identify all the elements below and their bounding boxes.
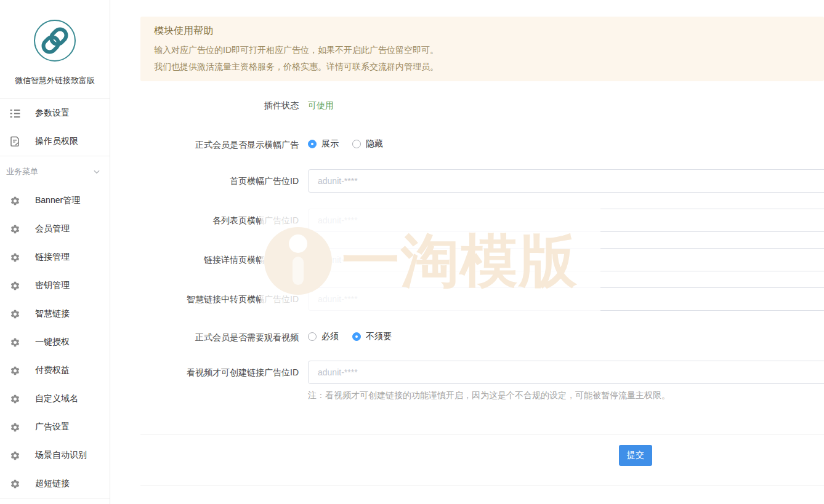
sidebar-item-scene-auto-detect[interactable]: 场景自动识别 (0, 441, 110, 470)
video-adunit-input[interactable] (308, 361, 824, 384)
sidebar-item-label: 自定义域名 (35, 393, 78, 404)
gear-icon (9, 223, 21, 235)
transfer-banner-input[interactable] (308, 287, 824, 311)
video-adunit-label: 看视频才可创建链接广告位ID (111, 366, 299, 378)
sidebar-item-label: 链接管理 (35, 252, 70, 263)
sidebar-item-param-settings[interactable]: 参数设置 (0, 99, 110, 127)
chevron-down-icon (92, 167, 101, 176)
sidebar-item-paid-benefits[interactable]: 付费权益 (0, 356, 110, 385)
gear-icon (9, 478, 21, 490)
sidebar-item-links[interactable]: 链接管理 (0, 243, 110, 271)
sidebar-item-smart-links[interactable]: 智慧链接 (0, 300, 110, 328)
app-logo (33, 18, 77, 63)
main-content: 模块使用帮助 输入对应广告位的ID即可打开相应广告位，如果不开启此广告位留空即可… (111, 0, 824, 504)
watch-video-radio-group: 必须 不须要 (308, 331, 405, 342)
radio-label: 隐藏 (366, 138, 383, 150)
gear-icon (9, 251, 21, 263)
radio-required[interactable]: 必须 (308, 331, 339, 342)
banner-display-radio-group: 展示 隐藏 (308, 138, 397, 150)
radio-dot-icon (352, 140, 361, 148)
home-banner-label: 首页横幅广告位ID (111, 175, 299, 187)
help-line: 输入对应广告位的ID即可打开相应广告位，如果不开启此广告位留空即可。 (154, 42, 810, 58)
sidebar-item-custom-domain[interactable]: 自定义域名 (0, 385, 110, 413)
sidebar-item-label: 操作员权限 (35, 136, 78, 147)
radio-not-required[interactable]: 不须要 (352, 331, 392, 342)
detail-banner-input[interactable] (308, 248, 824, 271)
gear-icon (9, 421, 21, 433)
sidebar-item-label: 付费权益 (35, 365, 70, 376)
gear-icon (9, 308, 21, 320)
radio-label: 必须 (321, 331, 339, 342)
plugin-status-value: 可使用 (308, 99, 334, 111)
list-settings-icon (9, 107, 21, 119)
form-note: 注：看视频才可创建链接的功能谨慎开启，因为这是个不合规的设定，可能被暂停流量主权… (308, 390, 670, 401)
radio-dot-icon (308, 332, 317, 341)
sidebar-item-members[interactable]: 会员管理 (0, 215, 110, 243)
watch-video-label: 正式会员是否需要观看视频 (111, 331, 299, 343)
gear-icon (9, 449, 21, 462)
sidebar-group-business-menu[interactable]: 业务菜单 (0, 156, 110, 186)
detail-banner-label: 链接详情页横幅广告位ID (111, 254, 299, 266)
sidebar-item-operator-permissions[interactable]: 操作员权限 (0, 127, 110, 156)
sidebar-item-label: 密钥管理 (35, 280, 70, 291)
sidebar-item-ultra-short-links[interactable]: 超短链接 (0, 470, 110, 498)
radio-dot-icon (352, 332, 361, 341)
list-banner-input[interactable] (308, 209, 824, 232)
gear-icon (9, 393, 21, 405)
sidebar-item-label: 一键授权 (35, 337, 70, 348)
sidebar-item-label: 会员管理 (35, 223, 70, 234)
home-banner-input[interactable] (308, 169, 824, 193)
app-title: 微信智慧外链接致富版 (0, 75, 110, 99)
divider (140, 486, 824, 486)
sidebar-item-label: 智慧链接 (35, 308, 70, 319)
help-line: 我们也提供激活流量主资格服务，价格实惠。详情可联系交流群内管理员。 (154, 58, 810, 75)
radio-hide[interactable]: 隐藏 (352, 138, 383, 150)
radio-dot-icon (308, 140, 317, 148)
gear-icon (9, 279, 21, 292)
sidebar-item-label: 场景自动识别 (35, 450, 87, 461)
document-edit-icon (9, 135, 21, 148)
radio-label: 不须要 (366, 331, 392, 342)
sidebar: 微信智慧外链接致富版 参数设置 操作员权限 业 (0, 0, 110, 504)
sidebar-group-label: 业务菜单 (6, 166, 38, 177)
sidebar-item-keys[interactable]: 密钥管理 (0, 271, 110, 300)
submit-button[interactable]: 提交 (619, 445, 652, 466)
divider (140, 434, 824, 434)
radio-show[interactable]: 展示 (308, 138, 339, 150)
banner-display-label: 正式会员是否显示横幅广告 (111, 138, 299, 151)
sidebar-item-label: 超短链接 (35, 478, 70, 489)
plugin-status-label: 插件状态 (111, 99, 299, 111)
help-title: 模块使用帮助 (154, 25, 810, 38)
transfer-banner-label: 智慧链接中转页横幅广告位ID (111, 293, 299, 305)
sidebar-item-label: 广告设置 (35, 422, 70, 433)
radio-label: 展示 (321, 138, 339, 150)
sidebar-item-ad-settings[interactable]: 广告设置 (0, 413, 110, 441)
gear-icon (9, 364, 21, 377)
help-alert: 模块使用帮助 输入对应广告位的ID即可打开相应广告位，如果不开启此广告位留空即可… (140, 17, 824, 81)
sidebar-item-label: 参数设置 (35, 108, 70, 119)
gear-icon (9, 194, 21, 207)
gear-icon (9, 336, 21, 348)
list-banner-label: 各列表页横幅广告位ID (111, 214, 299, 226)
sidebar-item-one-click-auth[interactable]: 一键授权 (0, 328, 110, 356)
chain-link-icon (33, 18, 77, 63)
sidebar-item-label: Banner管理 (35, 195, 80, 206)
sidebar-item-banner[interactable]: Banner管理 (0, 186, 110, 215)
